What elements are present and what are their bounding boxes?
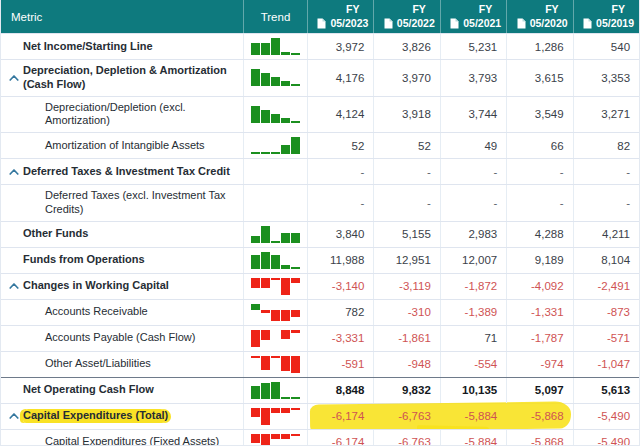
trend-cell	[243, 300, 307, 325]
collapse-caret-icon[interactable]	[9, 413, 19, 420]
fiscal-year-label: FY	[612, 3, 625, 16]
value-cell: -571	[573, 326, 639, 351]
period-date-line: 05/2020	[517, 17, 568, 30]
value-cell: -591	[307, 352, 373, 377]
trend-column-header[interactable]: Trend	[243, 0, 307, 33]
table-row[interactable]: Changes in Working Capital-3,140-3,119-1…	[1, 273, 639, 299]
table-row: Other Funds3,8405,1552,9834,2884,211	[1, 221, 639, 247]
value-cell: -	[506, 185, 572, 221]
value-cell: 11,988	[307, 248, 373, 273]
trend-cell	[243, 133, 307, 158]
value-cell: 782	[307, 300, 373, 325]
value-cell: -5,490	[573, 404, 639, 429]
fiscal-year-label: FY	[346, 3, 359, 16]
value-cell: 5,231	[440, 34, 506, 59]
value-cell: -1,047	[573, 352, 639, 377]
value-cell: 5,155	[373, 222, 439, 247]
value-cell: -6,174	[307, 430, 373, 446]
trend-sparkline	[251, 304, 300, 321]
period-column-headers: FY05/2023FY05/2022FY05/2021FY05/2020FY05…	[307, 0, 639, 33]
metric-label: Amortization of Intangible Assets	[45, 139, 205, 153]
metric-label: Changes in Working Capital	[23, 279, 169, 293]
metric-cell: Other Funds	[1, 222, 243, 247]
trend-cell	[243, 60, 307, 96]
value-cell: 3,793	[440, 60, 506, 96]
value-cell: -310	[373, 300, 439, 325]
trend-sparkline	[251, 356, 300, 373]
value-cell: -6,763	[373, 404, 439, 429]
value-cell: -	[573, 159, 639, 184]
table-row: Deferred Taxes (excl. Investment Tax Cre…	[1, 184, 639, 221]
period-column-header[interactable]: FY05/2020	[506, 0, 572, 33]
value-cell: 8,104	[573, 248, 639, 273]
document-icon	[317, 18, 326, 29]
value-cell: -1,389	[440, 300, 506, 325]
trend-cell	[243, 185, 307, 221]
table-row[interactable]: Depreciation, Depletion & Amortization (…	[1, 59, 639, 96]
metric-cell: Net Income/Starting Line	[1, 34, 243, 59]
metric-label: Depreciation, Depletion & Amortization (…	[23, 64, 237, 92]
table-header-row: Metric Trend FY05/2023FY05/2022FY05/2021…	[1, 0, 639, 33]
value-cell: -873	[573, 300, 639, 325]
value-cell: 2,983	[440, 222, 506, 247]
value-cell: 3,840	[307, 222, 373, 247]
fiscal-year-label: FY	[412, 3, 425, 16]
trend-cell	[243, 404, 307, 429]
metric-cell: Net Operating Cash Flow	[1, 378, 243, 403]
trend-cell	[243, 159, 307, 184]
metric-label: Other Funds	[23, 227, 88, 241]
value-cell: -4,092	[506, 274, 572, 299]
value-cell: -3,119	[373, 274, 439, 299]
period-date-line: 05/2019	[583, 17, 634, 30]
period-column-header[interactable]: FY05/2022	[373, 0, 439, 33]
value-cell: 540	[573, 34, 639, 59]
metric-cell: Accounts Payable (Cash Flow)	[1, 326, 243, 351]
value-cell: -5,884	[440, 404, 506, 429]
value-cell: -	[307, 185, 373, 221]
document-icon	[517, 18, 526, 29]
value-cell: -554	[440, 352, 506, 377]
value-cell: -948	[373, 352, 439, 377]
value-cell: 71	[440, 326, 506, 351]
table-row[interactable]: Deferred Taxes & Investment Tax Credit--…	[1, 158, 639, 184]
metric-label: Depreciation/Depletion (excl. Amortizati…	[45, 101, 237, 129]
table-row[interactable]: Capital Expenditures (Total)-6,174-6,763…	[1, 403, 639, 429]
metric-label: Deferred Taxes & Investment Tax Credit	[23, 165, 230, 179]
trend-cell	[243, 352, 307, 377]
collapse-caret-icon[interactable]	[9, 168, 19, 175]
table-row: Accounts Receivable782-310-1,389-1,331-8…	[1, 299, 639, 325]
value-cell: -2,491	[573, 274, 639, 299]
value-cell: 3,549	[506, 97, 572, 133]
metric-label: Other Asset/Liabilities	[45, 357, 151, 371]
metric-cell: Funds from Operations	[1, 248, 243, 273]
period-date-line: 05/2023	[317, 17, 368, 30]
value-cell: 3,918	[373, 97, 439, 133]
period-column-header[interactable]: FY05/2023	[307, 0, 373, 33]
collapse-caret-icon[interactable]	[9, 74, 19, 81]
value-cell: -1,787	[506, 326, 572, 351]
trend-sparkline	[251, 408, 300, 425]
value-cell: -5,884	[440, 430, 506, 446]
collapse-caret-icon[interactable]	[9, 283, 19, 290]
period-column-header[interactable]: FY05/2021	[440, 0, 506, 33]
document-icon	[450, 18, 459, 29]
trend-cell	[243, 248, 307, 273]
period-date-label: 05/2023	[330, 17, 368, 30]
trend-sparkline	[251, 330, 300, 347]
value-cell: 82	[573, 133, 639, 158]
value-cell: -5,490	[573, 430, 639, 446]
value-cell: 10,135	[440, 378, 506, 403]
value-cell: 3,615	[506, 60, 572, 96]
value-cell: 4,211	[573, 222, 639, 247]
metric-column-header[interactable]: Metric	[1, 0, 243, 33]
value-cell: 4,176	[307, 60, 373, 96]
period-column-header[interactable]: FY05/2019	[573, 0, 639, 33]
table-row: Other Asset/Liabilities-591-948-554-974-…	[1, 351, 639, 377]
metric-cell: Other Asset/Liabilities	[1, 352, 243, 377]
value-cell: 9,832	[373, 378, 439, 403]
trend-sparkline	[251, 137, 300, 154]
period-date-line: 05/2021	[450, 17, 501, 30]
metric-label: Deferred Taxes (excl. Investment Tax Cre…	[45, 189, 237, 217]
value-cell: 5,613	[573, 378, 639, 403]
value-cell: 66	[506, 133, 572, 158]
